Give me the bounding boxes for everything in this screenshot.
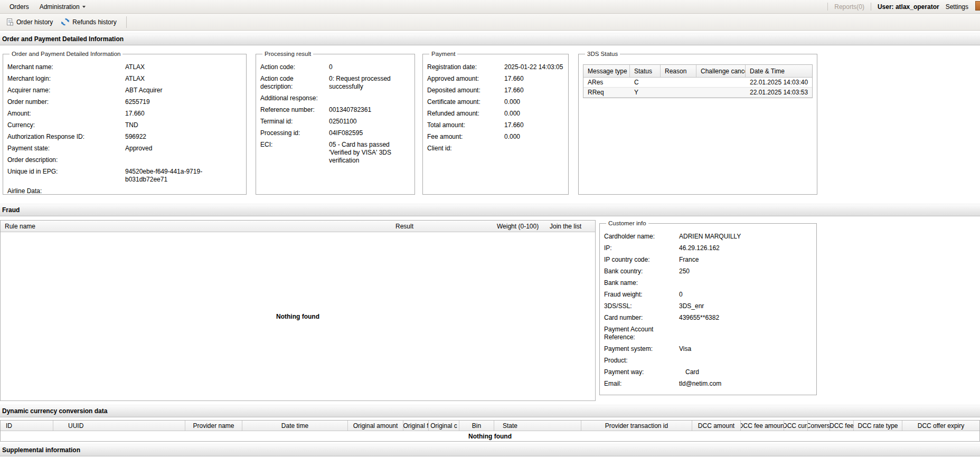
field-row: Action code: 0 <box>260 63 410 71</box>
payment-legend: Payment <box>429 51 457 57</box>
field-value <box>679 279 812 287</box>
field-label: ECI: <box>260 141 329 165</box>
dcc-table: ID UUID Provider name Date time Original… <box>0 420 980 442</box>
field-label: 3DS/SSL: <box>604 302 679 310</box>
fraud-table-header: Rule name Result Weight (0-100) Join the… <box>1 221 595 232</box>
field-value: 05 - Card has passed 'Verified by VISA' … <box>329 141 410 165</box>
table-header-cell: DCC fee <box>830 421 854 431</box>
table-header-cell: Original amount <box>348 421 403 431</box>
table-header-cell: State <box>494 421 581 431</box>
field-label: Processing id: <box>260 129 329 137</box>
field-value: France <box>679 256 812 264</box>
field-label: Reference number: <box>260 106 329 114</box>
customer-info-legend: Customer info <box>606 220 648 226</box>
detail-section-title: Order and Payment Detailed Information <box>2 35 124 43</box>
order-info-legend: Order and Payment Detailed Information <box>10 51 123 57</box>
table-header-cell: ID <box>1 421 53 431</box>
field-label: Approved amount: <box>427 75 504 83</box>
field-row: Payment system: Visa <box>604 345 812 353</box>
menu-orders[interactable]: Orders <box>4 3 34 11</box>
field-row: Currency: TND <box>7 121 242 129</box>
logout-icon[interactable] <box>975 1 980 11</box>
field-value: ATLAX <box>125 63 242 71</box>
field-label: Action code: <box>260 63 329 71</box>
menu-bar-right: Reports(0) User: atlax_operator Settings <box>827 3 976 11</box>
field-value <box>125 187 242 195</box>
field-label: Authorization Response ID: <box>7 133 125 141</box>
field-value: 17.660 <box>504 75 564 83</box>
field-value: 001340782361 <box>329 106 410 114</box>
field-row: Registration date: 2025-01-22 14:03:05 <box>427 63 564 71</box>
field-row: Payment way: Card <box>604 368 812 376</box>
refunds-history-button[interactable]: Refunds history <box>58 16 121 28</box>
detail-section-header: Order and Payment Detailed Information <box>0 33 980 45</box>
three-ds-status-fieldset: 3DS Status Message type Status Reason Ch… <box>578 51 817 195</box>
dcc-empty-state: Nothing found <box>1 431 979 441</box>
field-label: Order number: <box>7 98 125 106</box>
field-value <box>504 145 564 152</box>
table-header-cell: Date time <box>242 421 348 431</box>
cell-status: Y <box>630 89 661 96</box>
field-row: Total amount: 17.660 <box>427 121 564 129</box>
document-icon <box>6 18 13 26</box>
field-label: Payment way: <box>604 368 679 376</box>
table-header-cell: Bin <box>459 421 494 431</box>
order-info-fields: Merchant name: ATLAX Merchant login: ATL… <box>7 63 242 195</box>
menu-bar: Orders Administration Reports(0) User: a… <box>0 0 980 14</box>
table-header-cell: Join the list <box>545 223 595 230</box>
field-value: 0.000 <box>504 110 564 118</box>
table-row[interactable]: RReq Y 22.01.2025 14:03:53 <box>583 88 812 98</box>
field-value: ABT Acquirer <box>125 87 242 94</box>
fraud-section-header: Fraud <box>0 204 980 216</box>
field-value: 439655**6382 <box>679 314 812 322</box>
field-row: Authorization Response ID: 596922 <box>7 133 242 141</box>
table-header-cell: Reason <box>661 65 696 77</box>
field-value: 0 <box>679 291 812 299</box>
field-label: Payment state: <box>7 145 125 152</box>
field-row: Client id: <box>427 145 564 152</box>
table-header-cell: Original c <box>429 421 459 431</box>
field-label: Deposited amount: <box>427 87 504 94</box>
chevron-down-icon <box>82 6 86 8</box>
field-row: Unique id in EPG: 94520ebe-f649-441a-971… <box>7 168 242 184</box>
field-label: Client id: <box>427 145 504 152</box>
menu-administration-label: Administration <box>40 3 80 11</box>
field-label: Merchant name: <box>7 63 125 71</box>
field-row: IP: 46.29.126.162 <box>604 244 812 252</box>
processing-result-legend: Processing result <box>262 51 313 57</box>
field-value <box>679 326 812 341</box>
field-label: Airline Data: <box>7 187 125 195</box>
field-value: 0.000 <box>504 133 564 141</box>
field-label: IP country code: <box>604 256 679 264</box>
field-label: Additional response: <box>260 94 329 102</box>
field-value: 04IF082595 <box>329 129 410 137</box>
field-row: Product: <box>604 357 812 365</box>
table-header-cell: Date & Time <box>746 65 812 77</box>
field-row: Approved amount: 17.660 <box>427 75 564 83</box>
table-header-cell: DCC curr <box>784 421 808 431</box>
field-value: 02501100 <box>329 118 410 126</box>
field-value: ADRIEN MARQUILLY <box>679 233 812 241</box>
field-row: Airline Data: <box>7 187 242 195</box>
field-label: Fee amount: <box>427 133 504 141</box>
field-value: TND <box>125 121 242 129</box>
menu-administration[interactable]: Administration <box>34 3 91 11</box>
field-row: Certificate amount: 0.000 <box>427 98 564 106</box>
order-history-button[interactable]: Order history <box>3 16 58 28</box>
three-ds-table-body: ARes C 22.01.2025 14:03:40 RReq Y 22.01.… <box>583 78 812 98</box>
field-label: Bank country: <box>604 268 679 275</box>
field-row: 3DS/SSL: 3DS_enr <box>604 302 812 310</box>
fraud-rules-table: Rule name Result Weight (0-100) Join the… <box>0 220 596 401</box>
detail-panel: Order and Payment Detailed Information M… <box>0 45 980 202</box>
menu-settings[interactable]: Settings <box>946 3 968 11</box>
table-row[interactable]: ARes C 22.01.2025 14:03:40 <box>583 78 812 88</box>
field-row: Payment Account Reference: <box>604 326 812 341</box>
three-ds-status-legend: 3DS Status <box>585 51 620 57</box>
field-label: Product: <box>604 357 679 365</box>
field-value: Card <box>679 368 812 376</box>
field-value: 2025-01-22 14:03:05 <box>504 63 564 71</box>
field-value: 0.000 <box>504 98 564 106</box>
field-label: Registration date: <box>427 63 504 71</box>
field-value <box>125 156 242 164</box>
table-header-cell: Conversi <box>808 421 830 431</box>
